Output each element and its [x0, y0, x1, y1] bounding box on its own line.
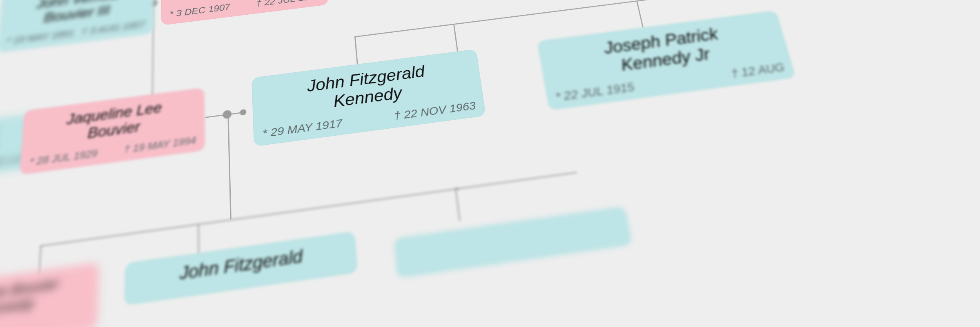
marriage-dot: [223, 110, 232, 119]
connector: [354, 36, 358, 65]
death-date: † 22 JUL 1989: [256, 0, 320, 9]
person-partial-bottom-right[interactable]: [393, 206, 633, 278]
connector: [152, 20, 154, 98]
birth-date: * 19 MAY 1891: [6, 28, 74, 47]
person-janet-norton-lee[interactable]: Janet Norton Lee * 3 DEC 1907 † 22 JUL 1…: [161, 0, 329, 26]
connector: [198, 224, 199, 257]
connector: [455, 188, 460, 221]
person-jaqueline-bouvier[interactable]: Jaqueline Lee Bouvier * 28 JUL 1929 † 19…: [20, 87, 205, 175]
death-date: † 12 AUG: [730, 60, 786, 81]
person-caroline-kennedy[interactable]: Caroline Bouvier Kennedy * 27 NOV 1957: [0, 262, 99, 327]
family-tree-canvas[interactable]: John Vernou Bouvier III * 19 MAY 1891 † …: [0, 0, 980, 327]
connector: [455, 172, 577, 190]
person-joseph-kennedy-jr[interactable]: Joseph Patrick Kennedy Jr * 22 JUL 1915 …: [537, 11, 796, 110]
death-date: † 19 MAY 1994: [124, 134, 196, 156]
person-john-f-kennedy[interactable]: John Fitzgerald Kennedy * 29 MAY 1917 † …: [252, 49, 486, 147]
birth-date: * 29 MAY 1917: [262, 116, 343, 140]
person-john-vernou-bouvier[interactable]: John Vernou Bouvier III * 19 MAY 1891 † …: [0, 0, 154, 53]
death-date: [88, 311, 88, 324]
birth-date: * 3 DEC 1907: [169, 2, 230, 20]
death-date: † 22 NOV 1963: [393, 99, 477, 123]
marriage-dot: [240, 109, 246, 116]
death-date: † 3 AUG 1957: [81, 19, 145, 38]
birth-date: * 22 JUL 1915: [555, 80, 635, 104]
person-john-f-kennedy-jr[interactable]: John Fitzgerald: [124, 231, 358, 306]
birth-date: * 28 JUL 1929: [29, 148, 98, 168]
connector: [453, 24, 458, 52]
connector: [40, 188, 459, 247]
connector: [636, 0, 644, 27]
connector: [227, 118, 231, 219]
